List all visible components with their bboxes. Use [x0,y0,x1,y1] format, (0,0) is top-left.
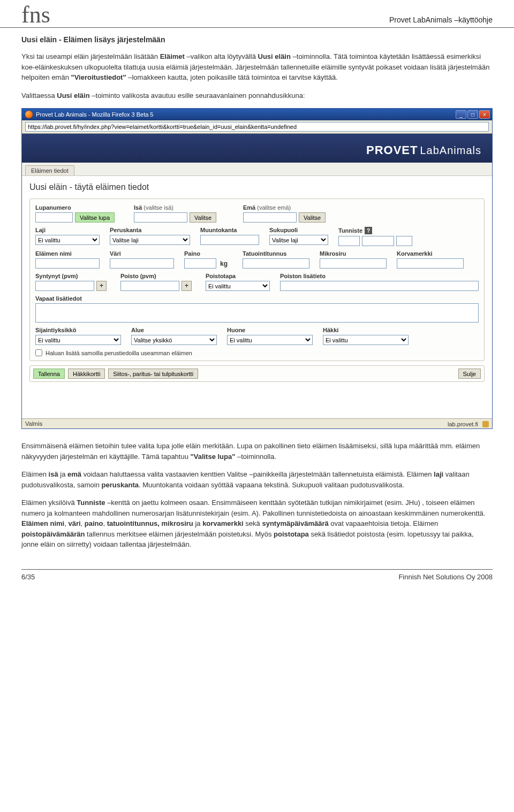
hakkikortti-button[interactable]: Häkkikortti [68,369,105,379]
label-korvamerkki: Korvamerkki [397,250,466,257]
firefox-icon [25,111,33,118]
status-text: Valmis [25,420,42,427]
label-lupanumero: Lupanumero [35,204,126,211]
help-icon[interactable]: ? [365,227,372,234]
paino-input[interactable] [184,258,216,269]
label-tatuointi: Tatuointitunnus [243,250,312,257]
page-number: 6/35 [21,573,35,581]
document-body: Uusi eläin - Eläimen lisäys järjestelmää… [0,35,514,550]
syntynyt-plus-button[interactable]: + [96,281,107,291]
label-elaimen-nimi: Eläimen nimi [35,250,102,257]
poisto-plus-button[interactable]: + [182,281,192,291]
label-alue: Alue [131,327,220,333]
label-vapaat: Vapaat lisätiedot [35,295,479,302]
intro-paragraph-1: Yksi tai useampi eläin järjestelmään lis… [21,51,493,83]
vari-input[interactable] [110,258,174,269]
section-heading: Uusi eläin - Eläimen lisäys järjestelmää… [21,35,493,44]
sulje-button[interactable]: Sulje [458,369,481,379]
minimize-button[interactable]: _ [456,110,466,119]
tab-elaimen-tiedot[interactable]: Eläimen tiedot [25,165,74,175]
window-title: Provet Lab Animals - Mozilla Firefox 3 B… [36,111,153,118]
multi-add-label: Haluan lisätä samoilla perustiedoilla us… [46,350,192,356]
label-sijainti: Sijaintiyksikkö [35,327,124,333]
document-header: fns Provet LabAnimals –käyttöohje [0,0,514,28]
label-poiston-lisa: Poiston lisätieto [280,273,479,279]
lupanumero-input[interactable] [35,212,73,223]
label-syntynyt: Syntynyt (pvm) [35,273,113,279]
label-muuntokanta: Muuntokanta [200,227,262,233]
label-isa: Isä (valitse isä) [134,204,236,211]
window-titlebar: Provet Lab Animals - Mozilla Firefox 3 B… [22,109,492,120]
valitse-lupa-button[interactable]: Valitse lupa [75,212,115,223]
browser-window: Provet Lab Animals - Mozilla Firefox 3 B… [21,108,493,429]
tunniste-input-1[interactable] [338,236,360,246]
syntynyt-input[interactable] [35,281,94,291]
tab-bar: Eläimen tiedot [22,163,492,176]
banner-brand: PROVET [366,143,418,157]
isa-input[interactable] [134,212,187,223]
label-mikrosiru: Mikrosiru [320,250,389,257]
label-ema: Emä (valitse emä) [243,204,345,211]
label-sukupuoli: Sukupuoli [269,227,331,233]
korvamerkki-input[interactable] [397,258,464,269]
body-paragraph-4: Eläimen isä ja emä voidaan haluttaessa v… [21,469,493,490]
intro-paragraph-2: Valittaessa Uusi eläin –toiminto valikos… [21,90,493,101]
url-bar [22,120,492,134]
poiston-lisa-input[interactable] [280,281,479,291]
poistotapa-select[interactable]: Ei valittu [206,281,270,291]
document-footer: 6/35 Finnish Net Solutions Oy 2008 [21,569,493,597]
label-paino: Paino [184,250,235,257]
label-tunniste: Tunniste? [338,227,412,234]
maximize-button[interactable]: □ [467,110,478,119]
form-title: Uusi eläin - täytä eläimen tiedot [29,182,485,192]
label-vari: Väri [110,250,177,257]
form-area: Uusi eläin - täytä eläimen tiedot Lupanu… [22,176,492,386]
sijainti-select[interactable]: Ei valittu [35,335,121,345]
tallenna-button[interactable]: Tallenna [33,369,65,379]
label-poistotapa: Poistotapa [206,273,273,279]
label-poisto: Poisto (pvm) [120,273,198,279]
tunniste-input-3[interactable] [396,236,412,246]
logo: fns [21,5,50,24]
vapaat-textarea[interactable] [35,303,479,323]
body-paragraph-3: Ensimmäisenä eläimen tietoihin tulee val… [21,441,493,462]
sukupuoli-select[interactable]: Valitse laji [269,235,328,245]
button-bar: Tallenna Häkkikortti Siitos-, paritus- t… [29,365,485,382]
valitse-ema-button[interactable]: Valitse [299,212,326,223]
poisto-input[interactable] [120,281,179,291]
valitse-isa-button[interactable]: Valitse [190,212,216,223]
laji-select[interactable]: Ei valittu [35,235,100,245]
muuntokanta-input[interactable] [200,235,259,245]
body-paragraph-5: Eläimen yksilöivä Tunniste –kenttä on ja… [21,497,493,550]
lock-icon [482,421,489,427]
label-hakki: Häkki [323,327,411,333]
status-bar: Valmis lab.provet.fi [22,418,492,428]
elaimen-nimi-input[interactable] [35,258,100,269]
hakki-select[interactable]: Ei valittu [323,335,409,345]
url-input[interactable] [25,122,489,132]
label-huone: Huone [227,327,315,333]
status-domain: lab.provet.fi [448,421,478,427]
banner-sub: LabAnimals [420,144,481,156]
app-banner: PROVETLabAnimals [22,134,492,163]
peruskanta-select[interactable]: Valitse laji [110,235,190,245]
tunniste-input-2[interactable] [362,236,394,246]
label-laji: Laji [35,227,102,233]
unit-kg: kg [220,260,228,267]
ema-input[interactable] [243,212,297,223]
close-button[interactable]: × [479,110,490,119]
mikrosiru-input[interactable] [320,258,387,269]
footer-copyright: Finnish Net Solutions Oy 2008 [398,573,493,581]
label-peruskanta: Peruskanta [110,227,193,233]
document-title: Provet LabAnimals –käyttöohje [389,16,493,24]
siitos-button[interactable]: Siitos-, paritus- tai tulpituskortti [108,369,198,379]
multi-add-checkbox[interactable] [35,349,42,356]
huone-select[interactable]: Ei valittu [227,335,313,345]
alue-select[interactable]: Valitse yksikkö [131,335,217,345]
tatuointi-input[interactable] [243,258,309,269]
main-form-box: Lupanumero Valitse lupa Isä (valitse isä… [29,198,485,361]
